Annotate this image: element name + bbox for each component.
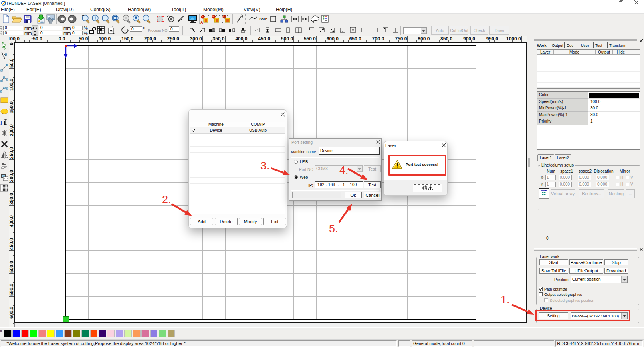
svg-text:f: f xyxy=(0,119,3,126)
svg-text:I: I xyxy=(4,120,6,126)
svg-text:A: A xyxy=(200,20,203,24)
